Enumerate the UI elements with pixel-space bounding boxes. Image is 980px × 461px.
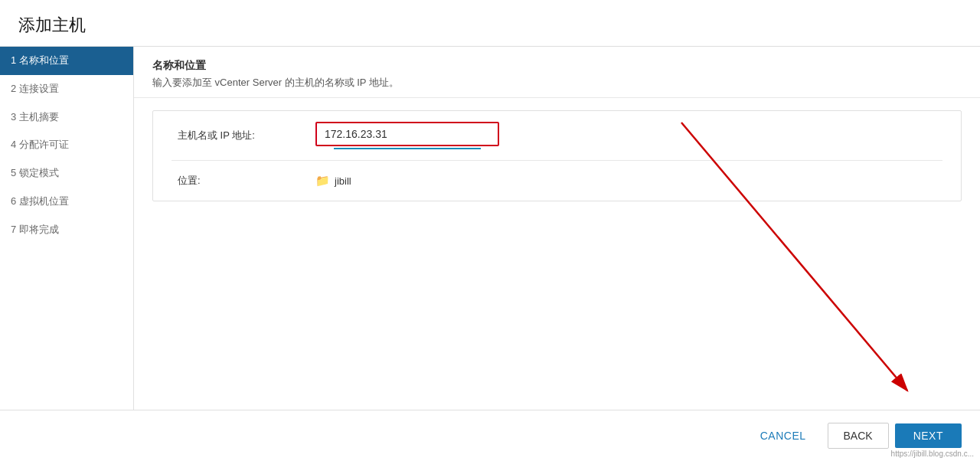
- location-display: 📁 jibill: [315, 174, 936, 188]
- back-button[interactable]: BACK: [828, 423, 889, 449]
- url-bar: https://jibill.blog.csdn.c...: [891, 450, 974, 458]
- sidebar-item-step7[interactable]: 7 即将完成: [0, 216, 133, 244]
- location-value: 📁 jibill: [315, 174, 936, 188]
- page-title-area: 添加主机: [0, 0, 980, 47]
- hostname-label: 主机名或 IP 地址:: [178, 129, 315, 142]
- sidebar: 1 名称和位置 2 连接设置 3 主机摘要 4 分配许可证 5 锁定模式 6 虚…: [0, 47, 134, 461]
- next-button[interactable]: NEXT: [895, 423, 962, 448]
- section-title: 名称和位置: [152, 59, 962, 73]
- page-title: 添加主机: [18, 14, 962, 37]
- sidebar-item-step1[interactable]: 1 名称和位置: [0, 47, 133, 75]
- main-content: 1 名称和位置 2 连接设置 3 主机摘要 4 分配许可证 5 锁定模式 6 虚…: [0, 47, 980, 461]
- location-row: 位置: 📁 jibill: [172, 161, 942, 201]
- ip-input-wrapper: [315, 122, 499, 149]
- sidebar-item-step3[interactable]: 3 主机摘要: [0, 103, 133, 132]
- hostname-row: 主机名或 IP 地址:: [172, 111, 942, 161]
- sidebar-item-step4[interactable]: 4 分配许可证: [0, 131, 133, 159]
- hostname-input[interactable]: [315, 122, 499, 146]
- cancel-button[interactable]: CANCEL: [745, 423, 822, 448]
- location-label: 位置:: [178, 174, 315, 188]
- sidebar-item-step6[interactable]: 6 虚拟机位置: [0, 188, 133, 216]
- form-area: 主机名或 IP 地址: 位置: 📁 jibill: [152, 110, 962, 201]
- sidebar-item-step5[interactable]: 5 锁定模式: [0, 159, 133, 188]
- input-underline: [334, 148, 481, 149]
- sidebar-item-step2[interactable]: 2 连接设置: [0, 75, 133, 103]
- content-panel: 名称和位置 输入要添加至 vCenter Server 的主机的名称或 IP 地…: [134, 47, 980, 461]
- footer: CANCEL BACK NEXT: [0, 410, 980, 461]
- folder-icon: 📁: [315, 174, 330, 188]
- content-header: 名称和位置 输入要添加至 vCenter Server 的主机的名称或 IP 地…: [134, 47, 980, 98]
- hostname-value: [315, 122, 936, 149]
- location-text: jibill: [335, 175, 351, 187]
- section-subtitle: 输入要添加至 vCenter Server 的主机的名称或 IP 地址。: [152, 76, 962, 90]
